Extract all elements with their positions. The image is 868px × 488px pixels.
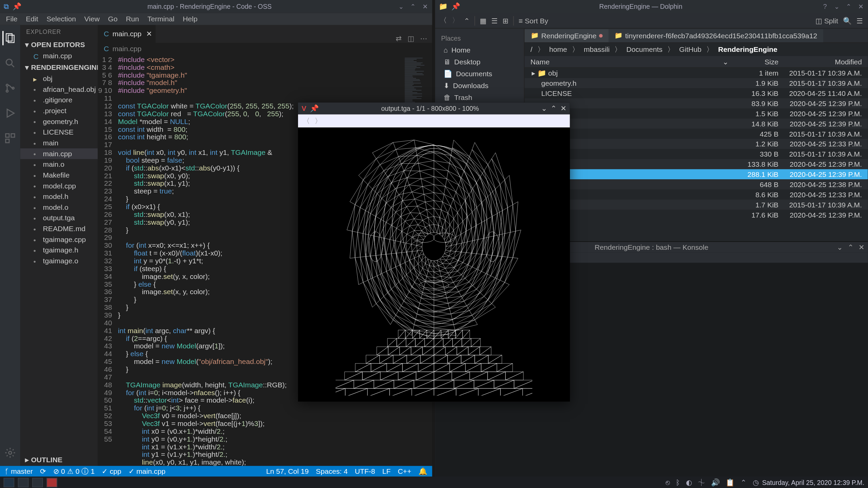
settings-gear-icon[interactable]	[3, 446, 17, 460]
search-icon[interactable]	[3, 56, 17, 70]
sort-button[interactable]: ≡ Sort By	[518, 16, 548, 25]
breadcrumb[interactable]: Cmain.cpp	[98, 43, 432, 55]
encoding[interactable]: UTF-8	[355, 467, 375, 475]
debug-icon[interactable]	[3, 106, 17, 120]
task-button[interactable]	[32, 478, 43, 487]
tray-icon[interactable]: ⎋	[666, 479, 670, 487]
menu-view[interactable]: View	[84, 15, 100, 23]
places-item[interactable]: 📄Documents	[435, 68, 524, 80]
bell-icon[interactable]: 🔔	[418, 467, 427, 475]
view-details-icon[interactable]: ⊞	[502, 16, 509, 25]
tree-item[interactable]: •Makefile	[20, 170, 98, 181]
explorer-icon[interactable]	[2, 31, 17, 45]
tree-item[interactable]: •african_head.obj	[20, 84, 98, 95]
file-row[interactable]: ga288.1 KiB2020-04-25 12:39 P.M.	[525, 169, 868, 179]
task-button[interactable]	[4, 478, 15, 487]
network-icon[interactable]: ⏆	[698, 479, 705, 487]
close-icon[interactable]: ✕	[857, 3, 864, 10]
tree-item[interactable]: •output.tga	[20, 213, 98, 224]
close-icon[interactable]: ✕	[859, 243, 865, 251]
file-row[interactable]: geometry.h1.9 KiB2015-01-17 10:39 A.M.	[525, 78, 868, 88]
tree-item[interactable]: •main	[20, 138, 98, 148]
pin-icon[interactable]: 📌	[451, 2, 460, 11]
search-icon[interactable]: 🔍	[843, 16, 852, 25]
prev-icon[interactable]: 〈	[303, 116, 310, 126]
help-icon[interactable]: ?	[822, 3, 829, 10]
tree-item[interactable]: •main.o	[20, 159, 98, 170]
menu-help[interactable]: Help	[183, 15, 197, 23]
volume-icon[interactable]: 🔊	[711, 479, 720, 487]
tree-item[interactable]: •tgaimage.cpp	[20, 234, 98, 245]
places-item[interactable]: 🗑Trash	[435, 92, 524, 104]
up-icon[interactable]: ⌃	[464, 16, 470, 25]
tab-main-cpp[interactable]: C main.cpp ✕	[98, 25, 156, 43]
split-editor-icon[interactable]: ◫	[408, 35, 414, 43]
tree-item[interactable]: •model.cpp	[20, 181, 98, 191]
location-tab-2[interactable]: 📁 tinyrenderer-f6fecb7ad493264ecd15e2304…	[608, 29, 823, 42]
hamburger-icon[interactable]: ☰	[856, 16, 863, 25]
file-row[interactable]: 14.8 KiB2020-04-25 12:39 P.M.	[525, 119, 868, 129]
tree-item[interactable]: •README.md	[20, 223, 98, 234]
maximize-icon[interactable]: ⌃	[848, 243, 854, 251]
status-lang[interactable]: ✓ cpp	[102, 467, 121, 475]
places-item[interactable]: 🖥Desktop	[435, 56, 524, 68]
tree-item[interactable]: •model.o	[20, 202, 98, 213]
git-branch[interactable]: ᚶ master	[5, 467, 33, 475]
file-row[interactable]: p1.5 KiB2020-04-25 12:39 P.M.	[525, 108, 868, 119]
extensions-icon[interactable]	[3, 131, 17, 145]
menu-terminal[interactable]: Terminal	[147, 15, 175, 23]
maximize-icon[interactable]: ⌃	[845, 3, 852, 10]
open-editor-item[interactable]: Cmain.cpp	[20, 50, 98, 61]
lang-mode[interactable]: C++	[398, 467, 411, 475]
task-button[interactable]	[46, 478, 57, 487]
menu-selection[interactable]: Selection	[46, 15, 76, 23]
clock[interactable]: Saturday, April 25, 2020 12:39 P.M.	[762, 479, 864, 486]
file-row[interactable]: LICENSE16.3 KiB2020-04-25 11:40 A.M.	[525, 88, 868, 98]
menu-run[interactable]: Run	[126, 15, 139, 23]
file-row[interactable]: 133.8 KiB2020-04-25 12:39 P.M.	[525, 159, 868, 169]
file-row[interactable]: 425 B2015-01-17 10:39 A.M.	[525, 129, 868, 139]
minimize-icon[interactable]: ⌄	[541, 104, 547, 113]
indent[interactable]: Spaces: 4	[316, 467, 348, 475]
eol[interactable]: LF	[382, 467, 391, 475]
forward-icon[interactable]: 〉	[452, 16, 459, 26]
pin-icon[interactable]: 📌	[13, 2, 21, 11]
tree-item[interactable]: •tgaimage.h	[20, 245, 98, 256]
close-icon[interactable]: ✕	[560, 104, 567, 113]
file-row[interactable]: e.cpp8.6 KiB2020-04-25 12:33 P.M.	[525, 189, 868, 200]
tree-item[interactable]: •tgaimage.o	[20, 256, 98, 266]
more-icon[interactable]: ⋯	[420, 35, 427, 43]
places-item[interactable]: ⬇Downloads	[435, 80, 524, 92]
open-editors-header[interactable]: ▾OPEN EDITORS	[20, 39, 98, 50]
view-compact-icon[interactable]: ☰	[491, 16, 498, 25]
notifications-icon[interactable]: ◷	[753, 479, 759, 487]
outline-header[interactable]: ▸OUTLINE	[20, 454, 98, 466]
problems[interactable]: ⊘ 0 ⚠ 0 ⓘ 1	[53, 466, 95, 476]
tree-item[interactable]: •model.h	[20, 191, 98, 202]
tree-item[interactable]: •LICENSE	[20, 127, 98, 138]
file-row[interactable]: ▸ 📁 obj1 item2015-01-17 10:39 A.M.	[525, 68, 868, 78]
compare-icon[interactable]: ⇄	[396, 35, 402, 43]
menu-edit[interactable]: Edit	[26, 15, 38, 23]
minimize-icon[interactable]: ⌄	[837, 243, 843, 251]
file-row[interactable]: 83.9 KiB2020-04-25 12:39 P.M.	[525, 98, 868, 108]
file-row[interactable]: .md648 B2020-04-25 12:38 P.M.	[525, 179, 868, 189]
sync-icon[interactable]: ⟳	[40, 467, 46, 475]
pin-icon[interactable]: 📌	[310, 104, 319, 113]
clipboard-icon[interactable]: 📋	[726, 479, 734, 487]
tree-item[interactable]: •geometry.h	[20, 116, 98, 127]
status-file[interactable]: ✓ main.cpp	[129, 467, 165, 475]
project-header[interactable]: ▾RENDERINGENGINE	[20, 61, 98, 73]
file-row[interactable]: 330 B2015-01-17 10:39 A.M.	[525, 149, 868, 159]
task-button[interactable]	[18, 478, 29, 487]
close-icon[interactable]: ✕	[421, 3, 429, 10]
minimize-icon[interactable]: ⌃	[410, 3, 417, 10]
location-tab-1[interactable]: 📁 RenderingEngine	[525, 29, 608, 42]
tree-item[interactable]: ▸obj	[20, 73, 98, 84]
menu-go[interactable]: Go	[108, 15, 118, 23]
maximize-icon[interactable]: ⌃	[551, 104, 557, 113]
scm-icon[interactable]	[3, 81, 17, 95]
tree-item[interactable]: •main.cpp	[20, 148, 98, 159]
tree-item[interactable]: •.gitignore	[20, 95, 98, 106]
view-icons-icon[interactable]: ▦	[480, 16, 486, 25]
